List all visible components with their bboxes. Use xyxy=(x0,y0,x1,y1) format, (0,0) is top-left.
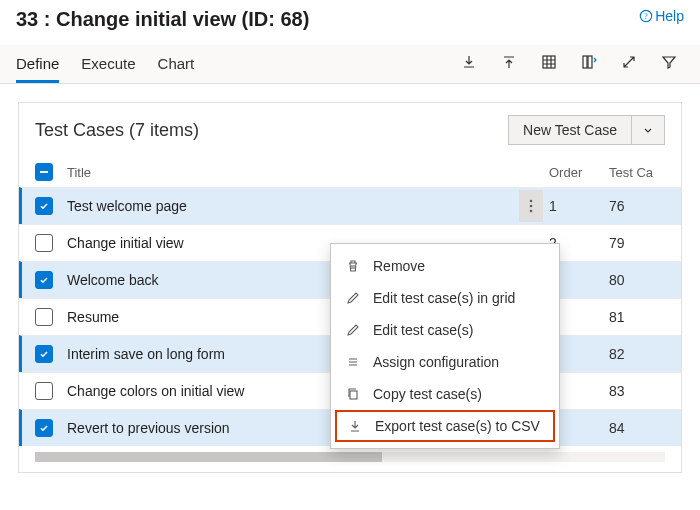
menu-remove[interactable]: Remove xyxy=(331,250,559,282)
menu-label: Edit test case(s) in grid xyxy=(373,290,515,306)
help-icon: ? xyxy=(639,9,653,23)
menu-export-csv[interactable]: Export test case(s) to CSV xyxy=(335,410,555,442)
row-testcase-id: 79 xyxy=(609,235,665,251)
svg-text:?: ? xyxy=(644,12,648,21)
row-checkbox[interactable] xyxy=(35,308,53,326)
column-header-order[interactable]: Order xyxy=(549,165,609,180)
svg-rect-9 xyxy=(350,391,357,399)
download-icon xyxy=(347,419,363,433)
help-label: Help xyxy=(655,8,684,24)
row-checkbox[interactable] xyxy=(35,271,53,289)
svg-point-8 xyxy=(530,210,533,213)
row-checkbox[interactable] xyxy=(35,197,53,215)
trash-icon xyxy=(345,259,361,273)
row-title: Test welcome page xyxy=(65,198,519,214)
row-testcase-id: 76 xyxy=(609,198,665,214)
download-icon[interactable] xyxy=(454,47,484,77)
tab-define[interactable]: Define xyxy=(16,45,59,83)
svg-rect-3 xyxy=(583,56,587,68)
svg-point-7 xyxy=(530,205,533,208)
row-actions-button[interactable] xyxy=(519,190,543,222)
context-menu: Remove Edit test case(s) in grid Edit te… xyxy=(330,243,560,449)
chevron-down-icon xyxy=(642,124,654,136)
row-testcase-id: 81 xyxy=(609,309,665,325)
menu-edit-grid[interactable]: Edit test case(s) in grid xyxy=(331,282,559,314)
tab-bar: Define Execute Chart xyxy=(0,45,700,84)
row-testcase-id: 83 xyxy=(609,383,665,399)
horizontal-scrollbar[interactable] xyxy=(35,452,665,462)
row-order: 1 xyxy=(549,198,609,214)
expand-icon[interactable] xyxy=(614,47,644,77)
menu-label: Edit test case(s) xyxy=(373,322,473,338)
menu-label: Assign configuration xyxy=(373,354,499,370)
column-header-testcase[interactable]: Test Ca xyxy=(609,165,665,180)
row-testcase-id: 82 xyxy=(609,346,665,362)
svg-rect-4 xyxy=(588,56,592,68)
menu-edit[interactable]: Edit test case(s) xyxy=(331,314,559,346)
columns-icon[interactable] xyxy=(574,47,604,77)
new-test-case-dropdown[interactable] xyxy=(632,115,665,145)
menu-label: Export test case(s) to CSV xyxy=(375,418,540,434)
help-link[interactable]: ? Help xyxy=(639,8,684,24)
svg-rect-2 xyxy=(543,56,555,68)
filter-icon[interactable] xyxy=(654,47,684,77)
tab-execute[interactable]: Execute xyxy=(81,45,135,83)
row-checkbox[interactable] xyxy=(35,234,53,252)
copy-icon xyxy=(345,387,361,401)
menu-label: Copy test case(s) xyxy=(373,386,482,402)
column-header-title[interactable]: Title xyxy=(65,165,549,180)
page-title: 33 : Change initial view (ID: 68) xyxy=(16,8,309,31)
tab-chart[interactable]: Chart xyxy=(158,45,195,83)
menu-assign[interactable]: Assign configuration xyxy=(331,346,559,378)
pencil-icon xyxy=(345,323,361,337)
scrollbar-thumb[interactable] xyxy=(35,452,382,462)
svg-point-6 xyxy=(530,200,533,203)
menu-copy[interactable]: Copy test case(s) xyxy=(331,378,559,410)
row-testcase-id: 80 xyxy=(609,272,665,288)
row-checkbox[interactable] xyxy=(35,382,53,400)
new-test-case-button[interactable]: New Test Case xyxy=(508,115,632,145)
row-testcase-id: 84 xyxy=(609,420,665,436)
grid-header: Title Order Test Ca xyxy=(19,157,681,187)
grid-icon[interactable] xyxy=(534,47,564,77)
upload-icon[interactable] xyxy=(494,47,524,77)
list-icon xyxy=(345,355,361,369)
svg-rect-5 xyxy=(40,171,48,173)
panel-title: Test Cases (7 items) xyxy=(35,120,199,141)
row-checkbox[interactable] xyxy=(35,345,53,363)
table-row[interactable]: Test welcome page176 xyxy=(19,187,681,224)
pencil-icon xyxy=(345,291,361,305)
select-all-checkbox[interactable] xyxy=(35,163,53,181)
menu-label: Remove xyxy=(373,258,425,274)
row-checkbox[interactable] xyxy=(35,419,53,437)
